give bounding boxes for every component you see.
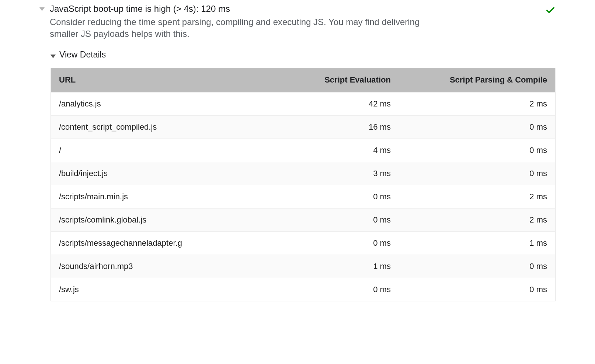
- cell-script-eval: 0 ms: [243, 278, 399, 301]
- col-header-script-eval: Script Evaluation: [243, 68, 399, 92]
- cell-url: /: [51, 139, 243, 162]
- cell-script-parse: 0 ms: [399, 162, 555, 185]
- cell-script-parse: 2 ms: [399, 185, 555, 208]
- audit-title: JavaScript boot-up time is high (> 4s): …: [50, 4, 441, 14]
- cell-url: /build/inject.js: [51, 162, 243, 185]
- cell-url: /analytics.js: [51, 92, 243, 115]
- cell-url: /scripts/comlink.global.js: [51, 208, 243, 231]
- collapse-toggle-icon[interactable]: [39, 7, 45, 11]
- table-row: /sw.js0 ms0 ms: [51, 278, 555, 301]
- audit-item: JavaScript boot-up time is high (> 4s): …: [39, 4, 556, 316]
- col-header-url: URL: [51, 68, 243, 92]
- cell-script-eval: 0 ms: [243, 208, 399, 231]
- cell-script-eval: 0 ms: [243, 231, 399, 255]
- audit-description: Consider reducing the time spent parsing…: [50, 16, 441, 40]
- view-details-toggle[interactable]: View Details: [51, 50, 556, 60]
- cell-script-eval: 1 ms: [243, 255, 399, 278]
- cell-script-parse: 2 ms: [399, 92, 555, 115]
- table-header-row: URL Script Evaluation Script Parsing & C…: [51, 68, 555, 92]
- cell-script-eval: 3 ms: [243, 162, 399, 185]
- col-header-script-parse: Script Parsing & Compile: [399, 68, 555, 92]
- cell-url: /sw.js: [51, 278, 243, 301]
- cell-script-eval: 16 ms: [243, 115, 399, 139]
- cell-script-parse: 0 ms: [399, 255, 555, 278]
- cell-url: /sounds/airhorn.mp3: [51, 255, 243, 278]
- chevron-down-icon: [51, 55, 56, 58]
- table-row: /scripts/messagechanneladapter.g0 ms1 ms: [51, 231, 555, 255]
- cell-script-parse: 2 ms: [399, 208, 555, 231]
- table-row: /content_script_compiled.js16 ms0 ms: [51, 115, 555, 139]
- cell-url: /content_script_compiled.js: [51, 115, 243, 139]
- cell-script-parse: 0 ms: [399, 278, 555, 301]
- cell-script-parse: 0 ms: [399, 115, 555, 139]
- audit-title-block: JavaScript boot-up time is high (> 4s): …: [50, 4, 441, 40]
- cell-url: /scripts/messagechanneladapter.g: [51, 231, 243, 255]
- view-details-label: View Details: [59, 50, 106, 60]
- cell-script-parse: 1 ms: [399, 231, 555, 255]
- cell-script-eval: 0 ms: [243, 185, 399, 208]
- audit-details: View Details URL Script Evaluation Scrip…: [51, 50, 556, 301]
- cell-script-eval: 42 ms: [243, 92, 399, 115]
- table-row: /build/inject.js3 ms0 ms: [51, 162, 555, 185]
- details-table-container: URL Script Evaluation Script Parsing & C…: [51, 68, 556, 301]
- table-row: /scripts/comlink.global.js0 ms2 ms: [51, 208, 555, 231]
- table-row: /4 ms0 ms: [51, 139, 555, 162]
- table-row: /analytics.js42 ms2 ms: [51, 92, 555, 115]
- status-check-icon: [545, 5, 556, 15]
- table-row: /sounds/airhorn.mp31 ms0 ms: [51, 255, 555, 278]
- cell-script-eval: 4 ms: [243, 139, 399, 162]
- cell-script-parse: 0 ms: [399, 139, 555, 162]
- table-row: /scripts/main.min.js0 ms2 ms: [51, 185, 555, 208]
- audit-header: JavaScript boot-up time is high (> 4s): …: [39, 4, 556, 40]
- cell-url: /scripts/main.min.js: [51, 185, 243, 208]
- bootup-time-table: URL Script Evaluation Script Parsing & C…: [51, 68, 555, 301]
